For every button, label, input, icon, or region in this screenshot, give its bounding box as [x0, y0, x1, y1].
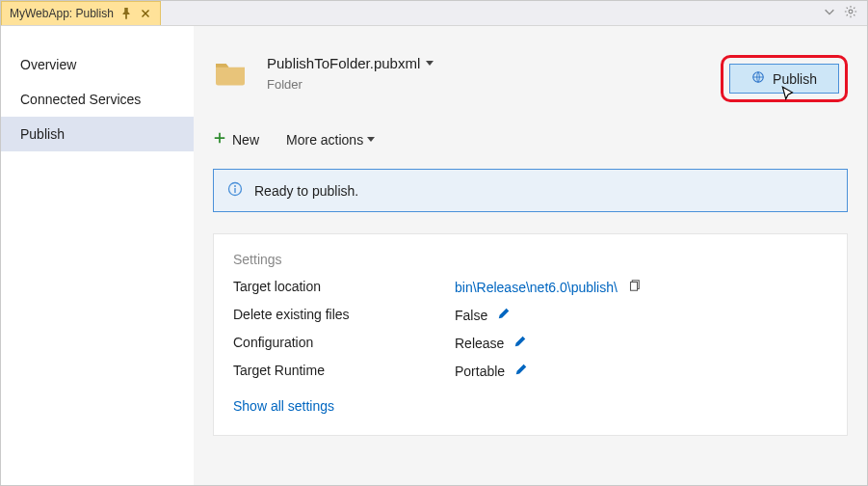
- publish-profile-type: Folder: [267, 77, 701, 92]
- pencil-icon[interactable]: [513, 335, 527, 351]
- sidebar-item-connected-services[interactable]: Connected Services: [1, 82, 194, 117]
- close-icon[interactable]: [139, 7, 152, 20]
- setting-value-target-runtime: Portable: [455, 364, 505, 379]
- globe-icon: [751, 70, 765, 87]
- setting-label-target-location: Target location: [233, 279, 455, 295]
- setting-value-configuration: Release: [455, 336, 504, 351]
- info-icon: [227, 181, 243, 200]
- document-tab[interactable]: MyWebApp: Publish: [1, 1, 161, 25]
- svg-rect-4: [234, 188, 235, 193]
- status-message: Ready to publish.: [254, 183, 358, 199]
- sidebar-item-label: Connected Services: [20, 92, 141, 107]
- setting-value-target-location[interactable]: bin\Release\net6.0\publish\: [455, 280, 618, 295]
- new-label: New: [232, 132, 259, 148]
- chevron-down-icon[interactable]: [426, 61, 434, 66]
- cursor-icon: [779, 85, 797, 105]
- sidebar-item-overview[interactable]: Overview: [1, 47, 194, 82]
- content-pane: PublishToFolder.pubxml Folder Publish: [194, 26, 867, 485]
- chevron-down-icon: [367, 137, 375, 142]
- svg-point-3: [234, 185, 236, 187]
- setting-label-configuration: Configuration: [233, 335, 455, 351]
- publish-profile-name: PublishToFolder.pubxml: [267, 55, 420, 71]
- setting-label-delete-existing: Delete existing files: [233, 307, 455, 323]
- sidebar-item-label: Publish: [20, 126, 65, 142]
- sidebar: Overview Connected Services Publish: [1, 26, 194, 485]
- dropdown-icon[interactable]: [823, 5, 836, 21]
- more-actions-label: More actions: [286, 132, 363, 148]
- gear-icon[interactable]: [844, 5, 857, 21]
- sidebar-item-publish[interactable]: Publish: [1, 117, 194, 151]
- setting-label-target-runtime: Target Runtime: [233, 363, 455, 379]
- svg-rect-5: [630, 283, 637, 291]
- pin-icon[interactable]: [119, 7, 133, 20]
- copy-icon[interactable]: [627, 279, 641, 295]
- plus-icon: [213, 131, 226, 148]
- setting-value-delete-existing: False: [455, 308, 487, 323]
- settings-heading: Settings: [233, 252, 828, 267]
- titlebar: MyWebApp: Publish: [1, 1, 867, 26]
- pencil-icon[interactable]: [497, 307, 511, 323]
- tab-label: MyWebApp: Publish: [10, 7, 114, 20]
- more-actions-button[interactable]: More actions: [286, 132, 375, 148]
- settings-card: Settings Target location bin\Release\net…: [213, 233, 848, 436]
- show-all-settings-link[interactable]: Show all settings: [233, 398, 828, 414]
- pencil-icon[interactable]: [514, 363, 528, 379]
- svg-point-0: [849, 10, 853, 14]
- status-banner: Ready to publish.: [213, 169, 848, 212]
- sidebar-item-label: Overview: [20, 57, 76, 72]
- new-profile-button[interactable]: New: [213, 131, 259, 148]
- folder-icon: [213, 55, 248, 93]
- publish-highlight: Publish: [721, 55, 848, 102]
